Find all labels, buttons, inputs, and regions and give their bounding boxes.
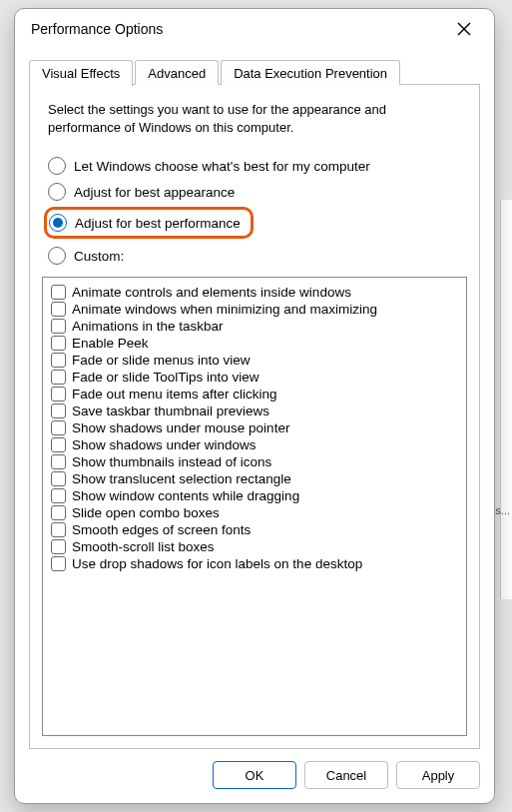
cancel-button[interactable]: Cancel [304, 761, 388, 789]
tab-panel-visual-effects: Select the settings you want to use for … [29, 84, 480, 749]
check-row[interactable]: Animate windows when minimizing and maxi… [51, 301, 458, 318]
check-row[interactable]: Fade or slide menus into view [51, 352, 458, 369]
checkbox-icon [51, 302, 66, 317]
checkbox-icon [51, 522, 66, 537]
radio-custom[interactable]: Custom: [46, 243, 467, 269]
radio-icon [48, 183, 66, 201]
check-label: Show shadows under windows [72, 437, 256, 452]
tab-dep[interactable]: Data Execution Prevention [221, 60, 400, 85]
parent-window-edge [500, 200, 512, 599]
checkbox-icon [51, 420, 66, 435]
checkbox-icon [51, 539, 66, 554]
titlebar: Performance Options [15, 9, 494, 49]
check-row[interactable]: Show shadows under windows [51, 436, 458, 453]
tabstrip: Visual Effects Advanced Data Execution P… [29, 59, 480, 85]
radio-let-windows-choose[interactable]: Let Windows choose what's best for my co… [46, 153, 467, 179]
radio-best-appearance[interactable]: Adjust for best appearance [46, 179, 467, 205]
check-row[interactable]: Fade out menu items after clicking [51, 386, 458, 403]
check-label: Smooth edges of screen fonts [72, 522, 251, 537]
performance-options-dialog: Performance Options Visual Effects Advan… [14, 8, 495, 804]
check-row[interactable]: Use drop shadows for icon labels on the … [51, 555, 458, 572]
radio-icon [49, 214, 67, 232]
radio-label: Custom: [74, 249, 124, 264]
close-button[interactable] [448, 15, 480, 43]
check-label: Fade or slide ToolTips into view [72, 370, 259, 385]
radio-label: Adjust for best performance [75, 216, 241, 231]
intro-text: Select the settings you want to use for … [48, 101, 461, 137]
check-row[interactable]: Enable Peek [51, 335, 458, 352]
check-label: Show window contents while dragging [72, 488, 299, 503]
radio-label: Adjust for best appearance [74, 185, 235, 200]
checkbox-icon [51, 370, 66, 385]
close-icon [457, 22, 471, 36]
radio-icon [48, 247, 66, 265]
check-label: Animations in the taskbar [72, 319, 224, 334]
check-row[interactable]: Smooth edges of screen fonts [51, 521, 458, 538]
check-row[interactable]: Animate controls and elements inside win… [51, 284, 458, 301]
window-title: Performance Options [31, 21, 448, 37]
checkbox-icon [51, 471, 66, 486]
radio-best-performance[interactable]: Adjust for best performance [49, 214, 241, 232]
tab-advanced[interactable]: Advanced [135, 60, 219, 85]
checkbox-icon [51, 336, 66, 351]
radio-label: Let Windows choose what's best for my co… [74, 159, 370, 174]
highlighted-option: Adjust for best performance [44, 207, 254, 239]
radio-icon [48, 157, 66, 175]
check-row[interactable]: Show thumbnails instead of icons [51, 453, 458, 470]
apply-button[interactable]: Apply [396, 761, 480, 789]
ok-button[interactable]: OK [213, 761, 296, 789]
check-label: Use drop shadows for icon labels on the … [72, 556, 362, 571]
check-row[interactable]: Show translucent selection rectangle [51, 470, 458, 487]
checkbox-icon [51, 505, 66, 520]
checkbox-icon [51, 437, 66, 452]
check-label: Enable Peek [72, 336, 149, 351]
check-label: Animate windows when minimizing and maxi… [72, 302, 377, 317]
radio-group: Let Windows choose what's best for my co… [46, 153, 467, 269]
checkbox-icon [51, 319, 66, 334]
check-label: Smooth-scroll list boxes [72, 539, 215, 554]
check-row[interactable]: Animations in the taskbar [51, 318, 458, 335]
check-row[interactable]: Slide open combo boxes [51, 504, 458, 521]
checkbox-icon [51, 454, 66, 469]
check-row[interactable]: Smooth-scroll list boxes [51, 538, 458, 555]
checkbox-icon [51, 488, 66, 503]
check-row[interactable]: Save taskbar thumbnail previews [51, 403, 458, 419]
check-label: Show thumbnails instead of icons [72, 454, 271, 469]
checkbox-icon [51, 387, 66, 402]
check-label: Fade out menu items after clicking [72, 387, 277, 402]
checkbox-icon [51, 285, 66, 300]
check-label: Animate controls and elements inside win… [72, 285, 351, 300]
check-label: Fade or slide menus into view [72, 353, 251, 368]
checkbox-icon [51, 353, 66, 368]
check-row[interactable]: Fade or slide ToolTips into view [51, 369, 458, 386]
check-label: Show translucent selection rectangle [72, 471, 291, 486]
check-label: Show shadows under mouse pointer [72, 420, 289, 435]
dialog-button-bar: OK Cancel Apply [15, 749, 494, 803]
check-label: Slide open combo boxes [72, 505, 220, 520]
check-label: Save taskbar thumbnail previews [72, 404, 269, 418]
checkbox-icon [51, 404, 66, 418]
checkbox-icon [51, 556, 66, 571]
check-row[interactable]: Show window contents while dragging [51, 487, 458, 504]
check-row[interactable]: Show shadows under mouse pointer [51, 419, 458, 436]
tab-visual-effects[interactable]: Visual Effects [29, 60, 133, 86]
visual-effects-checklist[interactable]: Animate controls and elements inside win… [42, 277, 467, 736]
